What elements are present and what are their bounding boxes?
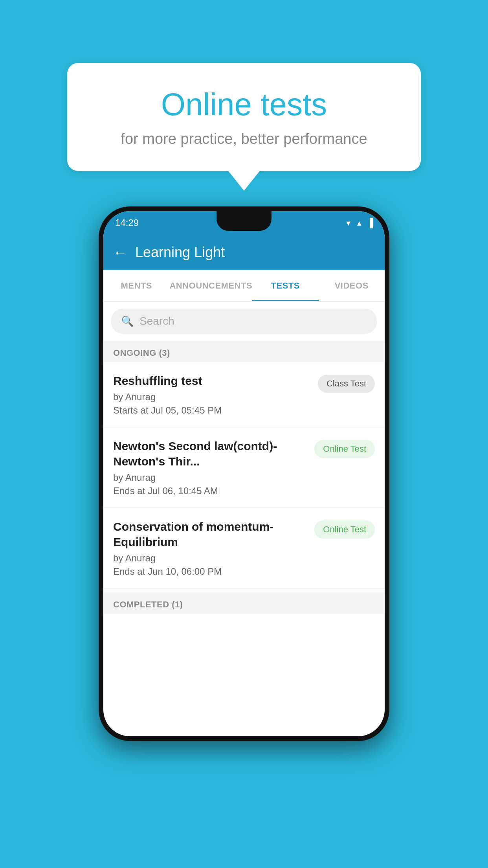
test-author-3: by Anurag [113, 553, 308, 564]
search-container: 🔍 Search [103, 302, 385, 341]
tab-videos[interactable]: VIDEOS [319, 270, 385, 301]
app-bar: ← Learning Light [103, 235, 385, 270]
tabs-bar: MENTS ANNOUNCEMENTS TESTS VIDEOS [103, 270, 385, 302]
test-author-1: by Anurag [113, 392, 312, 403]
tab-announcements[interactable]: ANNOUNCEMENTS [169, 270, 252, 301]
ongoing-section-header: ONGOING (3) [103, 341, 385, 362]
test-time-3: Ends at Jun 10, 06:00 PM [113, 566, 308, 577]
test-author-2: by Anurag [113, 472, 308, 483]
speech-bubble-container: Online tests for more practice, better p… [67, 63, 421, 191]
speech-bubble-subtitle: for more practice, better performance [99, 131, 389, 147]
app-title: Learning Light [135, 244, 225, 261]
search-placeholder: Search [139, 315, 174, 327]
tab-tests[interactable]: TESTS [252, 270, 318, 301]
test-info-1: Reshuffling test by Anurag Starts at Jul… [113, 373, 318, 416]
phone-notch [216, 211, 272, 231]
test-info-3: Conservation of momentum-Equilibrium by … [113, 519, 314, 577]
test-list: Reshuffling test by Anurag Starts at Jul… [103, 362, 385, 588]
test-item-1[interactable]: Reshuffling test by Anurag Starts at Jul… [103, 362, 385, 427]
status-icons [345, 218, 373, 228]
speech-bubble: Online tests for more practice, better p… [67, 63, 421, 171]
back-button[interactable]: ← [113, 244, 127, 261]
test-info-2: Newton's Second law(contd)-Newton's Thir… [113, 438, 314, 497]
search-icon: 🔍 [121, 315, 134, 327]
test-item-2[interactable]: Newton's Second law(contd)-Newton's Thir… [103, 427, 385, 508]
test-time-2: Ends at Jul 06, 10:45 AM [113, 485, 308, 497]
test-time-1: Starts at Jul 05, 05:45 PM [113, 405, 312, 416]
test-badge-2: Online Test [314, 440, 375, 458]
completed-section-header: COMPLETED (1) [103, 592, 385, 614]
phone-screen: 14:29 ← Learning Light MENTS ANNOUNCEMEN… [103, 211, 385, 736]
tab-ments[interactable]: MENTS [103, 270, 169, 301]
wifi-icon [345, 219, 352, 228]
test-name-1: Reshuffling test [113, 373, 312, 388]
test-name-2: Newton's Second law(contd)-Newton's Thir… [113, 438, 308, 469]
test-badge-1: Class Test [318, 375, 375, 393]
phone: 14:29 ← Learning Light MENTS ANNOUNCEMEN… [99, 206, 389, 741]
test-name-3: Conservation of momentum-Equilibrium [113, 519, 308, 550]
signal-icon [356, 219, 363, 228]
test-badge-3: Online Test [314, 520, 375, 539]
status-time: 14:29 [115, 217, 139, 228]
search-box[interactable]: 🔍 Search [111, 309, 377, 334]
phone-wrapper: 14:29 ← Learning Light MENTS ANNOUNCEMEN… [99, 206, 389, 741]
speech-bubble-title: Online tests [99, 86, 389, 123]
test-item-3[interactable]: Conservation of momentum-Equilibrium by … [103, 508, 385, 588]
speech-bubble-arrow [228, 171, 260, 191]
battery-icon [367, 218, 373, 228]
